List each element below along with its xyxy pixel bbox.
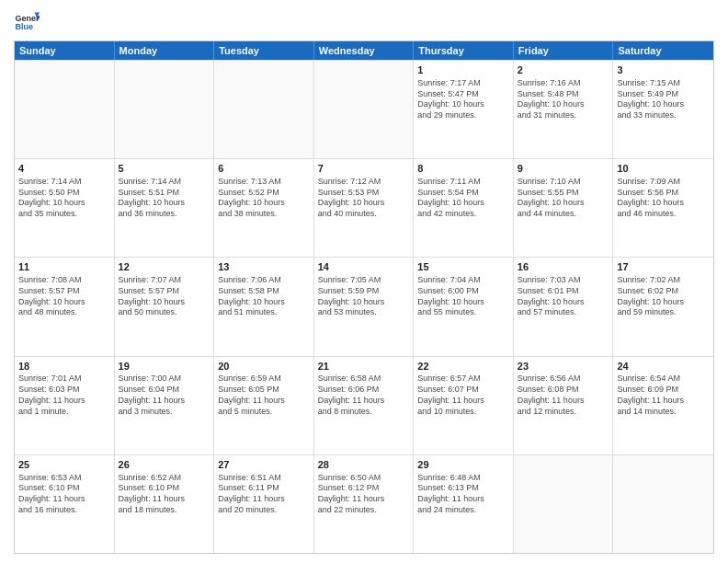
day-number: 10 (617, 162, 710, 176)
day-number: 3 (617, 63, 710, 77)
day-number: 1 (417, 63, 509, 77)
day-number: 16 (518, 260, 609, 274)
day-number: 23 (518, 360, 609, 373)
day-number: 11 (18, 260, 110, 274)
cal-header-wednesday: Wednesday (314, 41, 415, 60)
cal-cell-4-0: 25Sunrise: 6:53 AM Sunset: 6:10 PM Dayli… (15, 455, 115, 553)
cal-cell-3-3: 21Sunrise: 6:58 AM Sunset: 6:06 PM Dayli… (314, 357, 415, 454)
cal-cell-4-2: 27Sunrise: 6:51 AM Sunset: 6:11 PM Dayli… (214, 455, 314, 553)
day-number: 24 (617, 360, 710, 373)
day-info: Sunrise: 6:52 AM Sunset: 6:10 PM Dayligh… (119, 473, 210, 516)
day-number: 25 (18, 458, 110, 472)
day-number: 13 (218, 260, 310, 274)
cal-cell-1-5: 9Sunrise: 7:10 AM Sunset: 5:55 PM Daylig… (514, 159, 614, 257)
day-info: Sunrise: 7:16 AM Sunset: 5:48 PM Dayligh… (518, 78, 609, 121)
day-number: 27 (218, 458, 310, 472)
cal-cell-2-6: 17Sunrise: 7:02 AM Sunset: 6:02 PM Dayli… (613, 258, 713, 355)
day-info: Sunrise: 7:13 AM Sunset: 5:52 PM Dayligh… (218, 177, 310, 220)
day-info: Sunrise: 7:17 AM Sunset: 5:47 PM Dayligh… (417, 78, 509, 121)
cal-header-friday: Friday (514, 41, 614, 60)
day-number: 22 (417, 360, 509, 373)
cal-cell-3-5: 23Sunrise: 6:56 AM Sunset: 6:08 PM Dayli… (514, 357, 614, 454)
cal-cell-1-4: 8Sunrise: 7:11 AM Sunset: 5:54 PM Daylig… (414, 159, 514, 257)
day-info: Sunrise: 6:48 AM Sunset: 6:13 PM Dayligh… (417, 473, 509, 516)
day-info: Sunrise: 7:00 AM Sunset: 6:04 PM Dayligh… (119, 373, 210, 417)
day-info: Sunrise: 7:12 AM Sunset: 5:53 PM Dayligh… (318, 177, 410, 220)
cal-row-0: 1Sunrise: 7:17 AM Sunset: 5:47 PM Daylig… (15, 60, 713, 158)
cal-row-1: 4Sunrise: 7:14 AM Sunset: 5:50 PM Daylig… (15, 158, 713, 257)
cal-cell-1-3: 7Sunrise: 7:12 AM Sunset: 5:53 PM Daylig… (314, 159, 415, 257)
logo: General Blue (14, 9, 43, 35)
cal-cell-2-1: 12Sunrise: 7:07 AM Sunset: 5:57 PM Dayli… (115, 258, 215, 355)
cal-cell-2-5: 16Sunrise: 7:03 AM Sunset: 6:01 PM Dayli… (514, 258, 614, 355)
cal-cell-0-5: 2Sunrise: 7:16 AM Sunset: 5:48 PM Daylig… (514, 61, 614, 158)
cal-row-4: 25Sunrise: 6:53 AM Sunset: 6:10 PM Dayli… (15, 454, 713, 553)
day-number: 14 (318, 260, 410, 274)
cal-row-2: 11Sunrise: 7:08 AM Sunset: 5:57 PM Dayli… (15, 257, 713, 355)
day-info: Sunrise: 7:01 AM Sunset: 6:03 PM Dayligh… (18, 373, 110, 417)
cal-header-saturday: Saturday (613, 41, 713, 60)
day-info: Sunrise: 7:08 AM Sunset: 5:57 PM Dayligh… (18, 275, 110, 318)
day-number: 19 (119, 360, 210, 373)
day-info: Sunrise: 7:05 AM Sunset: 5:59 PM Dayligh… (318, 275, 410, 318)
calendar: SundayMondayTuesdayWednesdayThursdayFrid… (14, 40, 714, 554)
day-number: 12 (119, 260, 210, 274)
cal-cell-3-0: 18Sunrise: 7:01 AM Sunset: 6:03 PM Dayli… (15, 357, 115, 454)
day-info: Sunrise: 7:09 AM Sunset: 5:56 PM Dayligh… (617, 177, 710, 220)
cal-cell-1-1: 5Sunrise: 7:14 AM Sunset: 5:51 PM Daylig… (115, 159, 215, 257)
cal-cell-4-5 (514, 455, 614, 553)
cal-cell-0-1 (115, 61, 215, 158)
cal-row-3: 18Sunrise: 7:01 AM Sunset: 6:03 PM Dayli… (15, 356, 713, 454)
calendar-header: SundayMondayTuesdayWednesdayThursdayFrid… (15, 41, 713, 60)
day-info: Sunrise: 7:07 AM Sunset: 5:57 PM Dayligh… (119, 275, 210, 318)
day-number: 20 (218, 360, 310, 373)
day-number: 4 (18, 162, 110, 176)
svg-text:Blue: Blue (15, 22, 33, 31)
day-info: Sunrise: 7:06 AM Sunset: 5:58 PM Dayligh… (218, 275, 310, 318)
day-info: Sunrise: 6:58 AM Sunset: 6:06 PM Dayligh… (318, 373, 410, 417)
cal-cell-0-4: 1Sunrise: 7:17 AM Sunset: 5:47 PM Daylig… (414, 61, 514, 158)
cal-header-sunday: Sunday (15, 41, 115, 60)
cal-cell-3-4: 22Sunrise: 6:57 AM Sunset: 6:07 PM Dayli… (414, 357, 514, 454)
day-number: 28 (318, 458, 410, 472)
page: General Blue SundayMondayTuesdayWednesda… (0, 0, 728, 563)
day-number: 9 (518, 162, 609, 176)
day-info: Sunrise: 7:15 AM Sunset: 5:49 PM Dayligh… (617, 78, 710, 121)
cal-cell-4-6 (613, 455, 713, 553)
cal-cell-2-2: 13Sunrise: 7:06 AM Sunset: 5:58 PM Dayli… (214, 258, 314, 355)
cal-cell-0-3 (314, 61, 415, 158)
day-number: 21 (318, 360, 410, 373)
cal-header-thursday: Thursday (414, 41, 514, 60)
day-info: Sunrise: 7:03 AM Sunset: 6:01 PM Dayligh… (518, 275, 609, 318)
day-info: Sunrise: 6:50 AM Sunset: 6:12 PM Dayligh… (318, 473, 410, 516)
day-number: 29 (417, 458, 509, 472)
cal-cell-2-0: 11Sunrise: 7:08 AM Sunset: 5:57 PM Dayli… (15, 258, 115, 355)
cal-cell-3-6: 24Sunrise: 6:54 AM Sunset: 6:09 PM Dayli… (613, 357, 713, 454)
day-info: Sunrise: 7:10 AM Sunset: 5:55 PM Dayligh… (518, 177, 609, 220)
day-number: 15 (417, 260, 509, 274)
logo-icon: General Blue (14, 9, 40, 35)
day-number: 7 (318, 162, 410, 176)
cal-header-tuesday: Tuesday (214, 41, 314, 60)
cal-cell-2-4: 15Sunrise: 7:04 AM Sunset: 6:00 PM Dayli… (414, 258, 514, 355)
cal-cell-4-3: 28Sunrise: 6:50 AM Sunset: 6:12 PM Dayli… (314, 455, 415, 553)
cal-cell-0-6: 3Sunrise: 7:15 AM Sunset: 5:49 PM Daylig… (613, 61, 713, 158)
day-info: Sunrise: 6:59 AM Sunset: 6:05 PM Dayligh… (218, 373, 310, 417)
day-info: Sunrise: 7:02 AM Sunset: 6:02 PM Dayligh… (617, 275, 710, 318)
day-info: Sunrise: 7:14 AM Sunset: 5:50 PM Dayligh… (18, 177, 110, 220)
day-number: 6 (218, 162, 310, 176)
day-number: 5 (119, 162, 210, 176)
cal-cell-0-0 (15, 61, 115, 158)
day-info: Sunrise: 6:53 AM Sunset: 6:10 PM Dayligh… (18, 473, 110, 516)
day-number: 17 (617, 260, 710, 274)
day-info: Sunrise: 7:11 AM Sunset: 5:54 PM Dayligh… (417, 177, 509, 220)
cal-cell-3-1: 19Sunrise: 7:00 AM Sunset: 6:04 PM Dayli… (115, 357, 215, 454)
day-number: 2 (518, 63, 609, 77)
cal-cell-4-1: 26Sunrise: 6:52 AM Sunset: 6:10 PM Dayli… (115, 455, 215, 553)
cal-header-monday: Monday (115, 41, 215, 60)
day-info: Sunrise: 6:54 AM Sunset: 6:09 PM Dayligh… (617, 373, 710, 417)
day-number: 8 (417, 162, 509, 176)
day-info: Sunrise: 6:57 AM Sunset: 6:07 PM Dayligh… (417, 373, 509, 417)
day-info: Sunrise: 6:56 AM Sunset: 6:08 PM Dayligh… (518, 373, 609, 417)
cal-cell-1-6: 10Sunrise: 7:09 AM Sunset: 5:56 PM Dayli… (613, 159, 713, 257)
